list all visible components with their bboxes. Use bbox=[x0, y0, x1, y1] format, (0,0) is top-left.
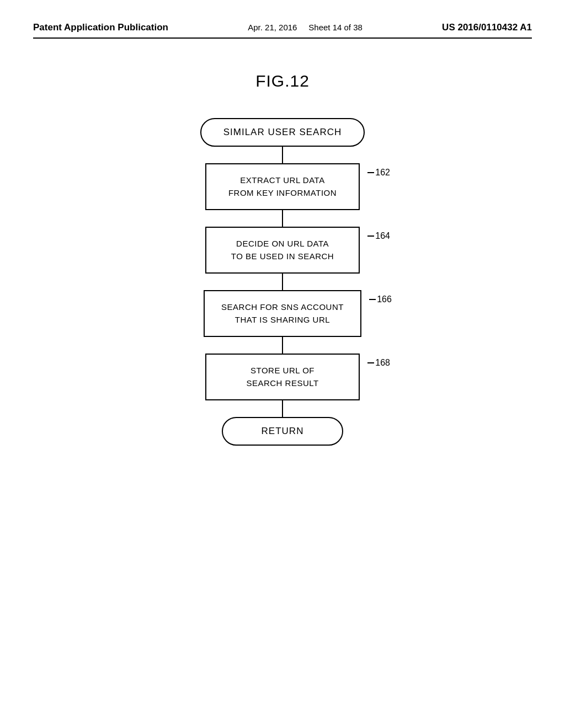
page: Patent Application Publication Apr. 21, … bbox=[0, 0, 565, 728]
step-166-wrapper: SEARCH FOR SNS ACCOUNTTHAT IS SHARING UR… bbox=[204, 290, 361, 337]
step-162-wrapper: EXTRACT URL DATAFROM KEY INFORMATION 162 bbox=[205, 163, 360, 210]
header: Patent Application Publication Apr. 21, … bbox=[33, 22, 532, 39]
figure-title: FIG.12 bbox=[33, 72, 532, 90]
step-164-wrapper: DECIDE ON URL DATATO BE USED IN SEARCH 1… bbox=[205, 227, 360, 274]
connector-2 bbox=[282, 210, 283, 227]
step-166-container: SEARCH FOR SNS ACCOUNTTHAT IS SHARING UR… bbox=[167, 290, 398, 337]
end-terminal: RETURN bbox=[222, 417, 343, 446]
step-168-wrapper: STORE URL OFSEARCH RESULT 168 bbox=[205, 354, 360, 400]
step-168-container: STORE URL OFSEARCH RESULT 168 bbox=[167, 354, 398, 400]
step-164-container: DECIDE ON URL DATATO BE USED IN SEARCH 1… bbox=[167, 227, 398, 274]
connector-3 bbox=[282, 274, 283, 290]
start-terminal: SIMILAR USER SEARCH bbox=[200, 118, 365, 147]
header-date: Apr. 21, 2016 bbox=[248, 23, 297, 32]
step-162-label: 162 bbox=[375, 168, 390, 178]
step-162-container: EXTRACT URL DATAFROM KEY INFORMATION 162 bbox=[167, 163, 398, 210]
step-164-label: 164 bbox=[375, 231, 390, 241]
flowchart: SIMILAR USER SEARCH EXTRACT URL DATAFROM… bbox=[33, 118, 532, 446]
step-166-label: 166 bbox=[377, 295, 392, 304]
step-162-inner: EXTRACT URL DATAFROM KEY INFORMATION 162 bbox=[167, 163, 398, 210]
header-left: Patent Application Publication bbox=[33, 22, 168, 33]
step-164-inner: DECIDE ON URL DATATO BE USED IN SEARCH 1… bbox=[167, 227, 398, 274]
header-right: US 2016/0110432 A1 bbox=[442, 22, 532, 33]
step-166-inner: SEARCH FOR SNS ACCOUNTTHAT IS SHARING UR… bbox=[167, 290, 398, 337]
connector-5 bbox=[282, 400, 283, 417]
step-168-label: 168 bbox=[375, 358, 390, 368]
step-164-box: DECIDE ON URL DATATO BE USED IN SEARCH bbox=[205, 227, 360, 274]
connector-4 bbox=[282, 337, 283, 354]
step-168-inner: STORE URL OFSEARCH RESULT 168 bbox=[167, 354, 398, 400]
step-168-box: STORE URL OFSEARCH RESULT bbox=[205, 354, 360, 400]
connector-1 bbox=[282, 147, 283, 163]
header-sheet: Sheet 14 of 38 bbox=[308, 23, 363, 32]
step-162-box: EXTRACT URL DATAFROM KEY INFORMATION bbox=[205, 163, 360, 210]
step-166-box: SEARCH FOR SNS ACCOUNTTHAT IS SHARING UR… bbox=[204, 290, 361, 337]
header-center: Apr. 21, 2016 Sheet 14 of 38 bbox=[248, 23, 363, 32]
